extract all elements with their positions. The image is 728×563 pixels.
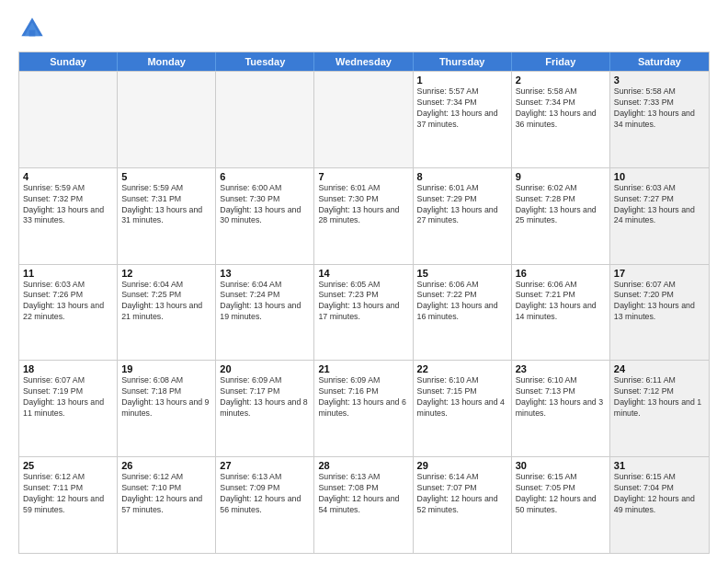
day-number: 26 <box>121 460 211 471</box>
cell-info: Sunrise: 5:59 AM Sunset: 7:32 PM Dayligh… <box>23 183 113 227</box>
cell-info: Sunrise: 6:00 AM Sunset: 7:30 PM Dayligh… <box>220 183 310 227</box>
cell-info: Sunrise: 6:13 AM Sunset: 7:09 PM Dayligh… <box>220 472 310 516</box>
calendar-cell <box>118 72 216 167</box>
cell-info: Sunrise: 6:13 AM Sunset: 7:08 PM Dayligh… <box>318 472 408 516</box>
calendar-row-3: 18Sunrise: 6:07 AM Sunset: 7:19 PM Dayli… <box>19 360 709 456</box>
calendar-row-1: 4Sunrise: 5:59 AM Sunset: 7:32 PM Daylig… <box>19 167 709 264</box>
day-number: 4 <box>23 171 113 182</box>
cell-info: Sunrise: 5:58 AM Sunset: 7:34 PM Dayligh… <box>516 86 606 131</box>
day-number: 6 <box>220 171 310 182</box>
calendar-cell: 9Sunrise: 6:02 AM Sunset: 7:28 PM Daylig… <box>512 168 610 264</box>
cell-info: Sunrise: 6:03 AM Sunset: 7:27 PM Dayligh… <box>614 183 705 227</box>
calendar-cell <box>19 72 118 167</box>
calendar-cell: 27Sunrise: 6:13 AM Sunset: 7:09 PM Dayli… <box>216 457 314 553</box>
calendar-cell: 5Sunrise: 5:59 AM Sunset: 7:31 PM Daylig… <box>118 168 216 264</box>
calendar-body: 1Sunrise: 5:57 AM Sunset: 7:34 PM Daylig… <box>19 71 709 553</box>
cell-info: Sunrise: 5:59 AM Sunset: 7:31 PM Dayligh… <box>121 183 211 227</box>
cell-info: Sunrise: 6:14 AM Sunset: 7:07 PM Dayligh… <box>417 472 507 516</box>
calendar-cell: 2Sunrise: 5:58 AM Sunset: 7:34 PM Daylig… <box>512 72 610 167</box>
cell-info: Sunrise: 6:08 AM Sunset: 7:18 PM Dayligh… <box>121 375 211 419</box>
day-number: 14 <box>318 268 408 279</box>
day-number: 22 <box>417 363 507 374</box>
calendar-cell: 24Sunrise: 6:11 AM Sunset: 7:12 PM Dayli… <box>610 361 709 456</box>
calendar-cell: 23Sunrise: 6:10 AM Sunset: 7:13 PM Dayli… <box>512 361 610 456</box>
day-number: 21 <box>318 363 408 374</box>
day-number: 2 <box>516 75 606 86</box>
day-number: 13 <box>220 268 310 279</box>
cell-info: Sunrise: 6:15 AM Sunset: 7:04 PM Dayligh… <box>614 472 705 516</box>
cell-info: Sunrise: 6:01 AM Sunset: 7:30 PM Dayligh… <box>318 183 408 227</box>
cell-info: Sunrise: 6:10 AM Sunset: 7:15 PM Dayligh… <box>417 375 507 419</box>
header-day-tuesday: Tuesday <box>216 52 314 71</box>
day-number: 24 <box>614 363 705 374</box>
day-number: 15 <box>417 268 507 279</box>
svg-rect-2 <box>29 30 36 37</box>
cell-info: Sunrise: 6:09 AM Sunset: 7:16 PM Dayligh… <box>318 375 408 419</box>
cell-info: Sunrise: 6:04 AM Sunset: 7:25 PM Dayligh… <box>121 280 211 324</box>
cell-info: Sunrise: 6:12 AM Sunset: 7:11 PM Dayligh… <box>23 472 113 516</box>
calendar-cell: 4Sunrise: 5:59 AM Sunset: 7:32 PM Daylig… <box>19 168 118 264</box>
day-number: 12 <box>121 268 211 279</box>
cell-info: Sunrise: 6:02 AM Sunset: 7:28 PM Dayligh… <box>516 183 606 227</box>
calendar-cell: 15Sunrise: 6:06 AM Sunset: 7:22 PM Dayli… <box>414 265 512 361</box>
calendar-cell: 13Sunrise: 6:04 AM Sunset: 7:24 PM Dayli… <box>216 265 314 361</box>
header-day-friday: Friday <box>512 52 610 71</box>
day-number: 27 <box>220 460 310 471</box>
day-number: 18 <box>23 363 113 374</box>
day-number: 25 <box>23 460 113 471</box>
cell-info: Sunrise: 6:03 AM Sunset: 7:26 PM Dayligh… <box>23 280 113 324</box>
cell-info: Sunrise: 6:07 AM Sunset: 7:20 PM Dayligh… <box>614 280 705 324</box>
calendar-cell: 31Sunrise: 6:15 AM Sunset: 7:04 PM Dayli… <box>610 457 709 553</box>
cell-info: Sunrise: 6:15 AM Sunset: 7:05 PM Dayligh… <box>516 472 606 516</box>
calendar-cell: 6Sunrise: 6:00 AM Sunset: 7:30 PM Daylig… <box>216 168 314 264</box>
calendar-cell: 14Sunrise: 6:05 AM Sunset: 7:23 PM Dayli… <box>314 265 413 361</box>
calendar-cell: 29Sunrise: 6:14 AM Sunset: 7:07 PM Dayli… <box>414 457 512 553</box>
calendar-cell: 7Sunrise: 6:01 AM Sunset: 7:30 PM Daylig… <box>314 168 413 264</box>
cell-info: Sunrise: 6:10 AM Sunset: 7:13 PM Dayligh… <box>516 375 606 419</box>
calendar-cell: 21Sunrise: 6:09 AM Sunset: 7:16 PM Dayli… <box>314 361 413 456</box>
header-day-thursday: Thursday <box>414 52 512 71</box>
cell-info: Sunrise: 6:06 AM Sunset: 7:21 PM Dayligh… <box>516 280 606 324</box>
calendar-cell: 1Sunrise: 5:57 AM Sunset: 7:34 PM Daylig… <box>414 72 512 167</box>
calendar-cell: 28Sunrise: 6:13 AM Sunset: 7:08 PM Dayli… <box>314 457 413 553</box>
calendar-cell: 25Sunrise: 6:12 AM Sunset: 7:11 PM Dayli… <box>19 457 118 553</box>
cell-info: Sunrise: 6:06 AM Sunset: 7:22 PM Dayligh… <box>417 280 507 324</box>
calendar-cell: 22Sunrise: 6:10 AM Sunset: 7:15 PM Dayli… <box>414 361 512 456</box>
header <box>18 15 710 42</box>
calendar-cell: 26Sunrise: 6:12 AM Sunset: 7:10 PM Dayli… <box>118 457 216 553</box>
header-day-monday: Monday <box>118 52 216 71</box>
logo <box>18 15 50 42</box>
header-day-sunday: Sunday <box>19 52 118 71</box>
day-number: 1 <box>417 75 507 86</box>
day-number: 7 <box>318 171 408 182</box>
calendar-cell: 16Sunrise: 6:06 AM Sunset: 7:21 PM Dayli… <box>512 265 610 361</box>
day-number: 8 <box>417 171 507 182</box>
cell-info: Sunrise: 6:11 AM Sunset: 7:12 PM Dayligh… <box>614 375 705 419</box>
calendar-cell: 10Sunrise: 6:03 AM Sunset: 7:27 PM Dayli… <box>610 168 709 264</box>
header-day-wednesday: Wednesday <box>314 52 413 71</box>
day-number: 31 <box>614 460 705 471</box>
calendar-header: SundayMondayTuesdayWednesdayThursdayFrid… <box>19 52 709 71</box>
calendar-cell: 8Sunrise: 6:01 AM Sunset: 7:29 PM Daylig… <box>414 168 512 264</box>
calendar-cell: 17Sunrise: 6:07 AM Sunset: 7:20 PM Dayli… <box>610 265 709 361</box>
cell-info: Sunrise: 5:57 AM Sunset: 7:34 PM Dayligh… <box>417 86 507 131</box>
day-number: 3 <box>614 75 705 86</box>
cell-info: Sunrise: 6:05 AM Sunset: 7:23 PM Dayligh… <box>318 280 408 324</box>
calendar-cell <box>216 72 314 167</box>
day-number: 10 <box>614 171 705 182</box>
calendar-cell: 19Sunrise: 6:08 AM Sunset: 7:18 PM Dayli… <box>118 361 216 456</box>
day-number: 23 <box>516 363 606 374</box>
day-number: 9 <box>516 171 606 182</box>
day-number: 11 <box>23 268 113 279</box>
cell-info: Sunrise: 6:04 AM Sunset: 7:24 PM Dayligh… <box>220 280 310 324</box>
calendar: SundayMondayTuesdayWednesdayThursdayFrid… <box>18 52 710 554</box>
cell-info: Sunrise: 6:01 AM Sunset: 7:29 PM Dayligh… <box>417 183 507 227</box>
page: SundayMondayTuesdayWednesdayThursdayFrid… <box>0 0 728 563</box>
day-number: 17 <box>614 268 705 279</box>
calendar-cell: 20Sunrise: 6:09 AM Sunset: 7:17 PM Dayli… <box>216 361 314 456</box>
header-day-saturday: Saturday <box>610 52 709 71</box>
calendar-row-0: 1Sunrise: 5:57 AM Sunset: 7:34 PM Daylig… <box>19 71 709 167</box>
calendar-row-4: 25Sunrise: 6:12 AM Sunset: 7:11 PM Dayli… <box>19 456 709 553</box>
calendar-row-2: 11Sunrise: 6:03 AM Sunset: 7:26 PM Dayli… <box>19 264 709 361</box>
calendar-cell: 3Sunrise: 5:58 AM Sunset: 7:33 PM Daylig… <box>610 72 709 167</box>
